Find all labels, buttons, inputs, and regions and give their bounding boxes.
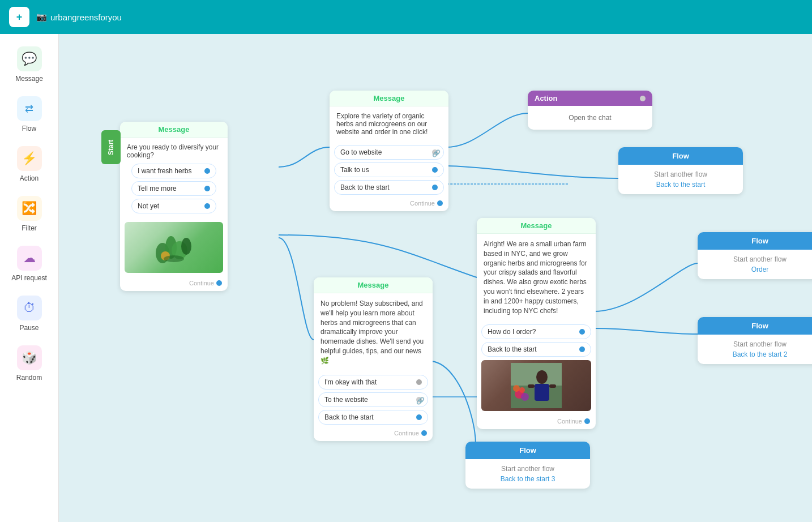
- flow-icon: ⇄: [17, 96, 42, 121]
- svg-point-3: [181, 238, 191, 255]
- svg-point-13: [513, 385, 520, 392]
- btn-okay-that[interactable]: I'm okay with that: [318, 375, 428, 390]
- sidebar-label-flow: Flow: [22, 125, 36, 132]
- action-icon: ⚡: [17, 146, 42, 171]
- btn-dot: [432, 167, 438, 173]
- flow-back-start-3-body: Start another flow Back to the start 3: [465, 459, 590, 489]
- brand-name: 📷 urbangreensforyou: [36, 12, 122, 22]
- sidebar-item-pause[interactable]: ⏱ Pause: [5, 290, 54, 337]
- action-body: Open the chat: [528, 106, 652, 130]
- action-corner-dot: [640, 96, 646, 101]
- msg-goto-website-continue: Continue: [330, 198, 448, 211]
- btn-go-website[interactable]: Go to website 🔗: [334, 145, 444, 160]
- btn-dot: [204, 168, 210, 174]
- herbs-svg: [151, 230, 196, 264]
- btn-dot: [204, 186, 210, 191]
- svg-rect-11: [549, 384, 556, 388]
- btn-dot: [579, 329, 585, 335]
- flow-back-start-3-header: Flow: [465, 442, 590, 459]
- start-badge: Start: [101, 130, 121, 164]
- main-layout: 💬 Message ⇄ Flow ⚡ Action 🔀 Filter ☁ API…: [0, 34, 812, 522]
- msg-tell-more-continue: Continue: [314, 427, 433, 441]
- flow-order-card[interactable]: Flow Start another flow Order: [698, 232, 812, 279]
- sidebar-label-action: Action: [20, 174, 39, 182]
- logo: +: [9, 7, 29, 27]
- msg-goto-website-card[interactable]: Message Explore the variety of organic h…: [330, 91, 448, 211]
- btn-not-yet[interactable]: Not yet: [131, 199, 216, 213]
- random-icon: 🎲: [17, 345, 42, 370]
- sidebar-label-api: API request: [11, 274, 47, 282]
- sidebar-item-action[interactable]: ⚡ Action: [5, 140, 54, 188]
- svg-point-8: [536, 370, 548, 384]
- person-svg: [511, 363, 562, 408]
- sidebar-item-api[interactable]: ☁ API request: [5, 240, 54, 288]
- continue-dot: [584, 418, 590, 424]
- btn-link-dot: 🔗: [432, 149, 438, 155]
- flow-back-start-2-card[interactable]: Flow Start another flow Back to the star…: [698, 317, 812, 364]
- btn-dot: [416, 414, 422, 420]
- sidebar-item-flow[interactable]: ⇄ Flow: [5, 91, 54, 138]
- continue-dot: [421, 430, 427, 436]
- btn-to-website[interactable]: To the website 🔗: [318, 392, 428, 407]
- flow-back-to-start-card[interactable]: Flow Start another flow Back to the star…: [618, 147, 743, 194]
- msg-goto-website-header: Message: [330, 91, 448, 106]
- flow-back-start-3-card[interactable]: Flow Start another flow Back to the star…: [465, 442, 590, 489]
- sidebar-label-filter: Filter: [22, 224, 37, 232]
- start-continue: Continue: [120, 277, 228, 291]
- sidebar-item-filter[interactable]: 🔀 Filter: [5, 190, 54, 238]
- filter-icon: 🔀: [17, 196, 42, 221]
- sidebar-label-message: Message: [15, 75, 43, 83]
- person-image: [481, 360, 591, 411]
- msg-order-card[interactable]: Message Alright! We are a small urban fa…: [477, 218, 596, 429]
- svg-rect-10: [528, 384, 535, 388]
- flow-back-start-2-body: Start another flow Back to the start 2: [698, 335, 812, 364]
- msg-order-header: Message: [477, 218, 596, 234]
- flow-canvas[interactable]: Start Message Are you ready to diversify…: [59, 34, 812, 522]
- btn-how-order[interactable]: How do I order?: [481, 324, 591, 339]
- api-icon: ☁: [17, 246, 42, 271]
- pause-icon: ⏱: [17, 296, 42, 320]
- btn-dot-grey: [416, 379, 422, 385]
- btn-tell-more[interactable]: Tell me more: [131, 181, 216, 196]
- flow-back-start-2-header: Flow: [698, 317, 812, 335]
- btn-back-start-1[interactable]: Back to the start: [334, 180, 444, 195]
- flow-header: Flow: [618, 147, 743, 165]
- msg-tell-more-header: Message: [314, 277, 433, 293]
- btn-back-start-3[interactable]: Back to the start: [481, 342, 591, 357]
- flow-order-body: Start another flow Order: [698, 250, 812, 279]
- btn-dot: [432, 185, 438, 190]
- svg-point-14: [521, 393, 529, 401]
- btn-dot: [204, 203, 210, 209]
- sidebar-item-message[interactable]: 💬 Message: [5, 41, 54, 88]
- instagram-icon: 📷: [36, 12, 47, 22]
- flow-order-header: Flow: [698, 232, 812, 250]
- sidebar-label-pause: Pause: [19, 324, 39, 332]
- msg-goto-website-body: Explore the variety of organic herbs and…: [330, 106, 448, 142]
- start-message-card[interactable]: Message Are you ready to diversify your …: [120, 122, 228, 291]
- flow-body: Start another flow Back to the start: [618, 165, 743, 194]
- svg-point-5: [164, 255, 184, 262]
- btn-talk-to-us[interactable]: Talk to us: [334, 162, 444, 177]
- sidebar: 💬 Message ⇄ Flow ⚡ Action 🔀 Filter ☁ API…: [0, 34, 59, 522]
- btn-dot: [579, 346, 585, 352]
- start-message-body: Are you ready to diversify your cooking?…: [120, 138, 228, 222]
- message-icon: 💬: [17, 46, 42, 71]
- msg-tell-more-body: No problem! Stay subscribed, and we'll h…: [314, 293, 433, 371]
- action-open-chat-card[interactable]: Action Open the chat: [528, 91, 652, 130]
- btn-link-dot: 🔗: [416, 397, 422, 403]
- btn-want-herbs[interactable]: I want fresh herbs: [131, 164, 216, 178]
- continue-dot: [216, 280, 222, 286]
- start-message-header: Message: [120, 122, 228, 138]
- svg-rect-9: [535, 384, 549, 401]
- action-header: Action: [528, 91, 652, 106]
- msg-order-continue: Continue: [477, 416, 596, 429]
- msg-order-body: Alright! We are a small urban farm based…: [477, 234, 596, 321]
- msg-tell-more-card[interactable]: Message No problem! Stay subscribed, and…: [314, 277, 433, 441]
- sidebar-label-random: Random: [16, 374, 42, 382]
- btn-back-start-2[interactable]: Back to the start: [318, 410, 428, 425]
- herbs-image: [125, 222, 223, 273]
- continue-dot: [437, 200, 443, 206]
- svg-point-15: [519, 387, 525, 393]
- sidebar-item-random[interactable]: 🎲 Random: [5, 340, 54, 387]
- header: + 📷 urbangreensforyou: [0, 0, 812, 34]
